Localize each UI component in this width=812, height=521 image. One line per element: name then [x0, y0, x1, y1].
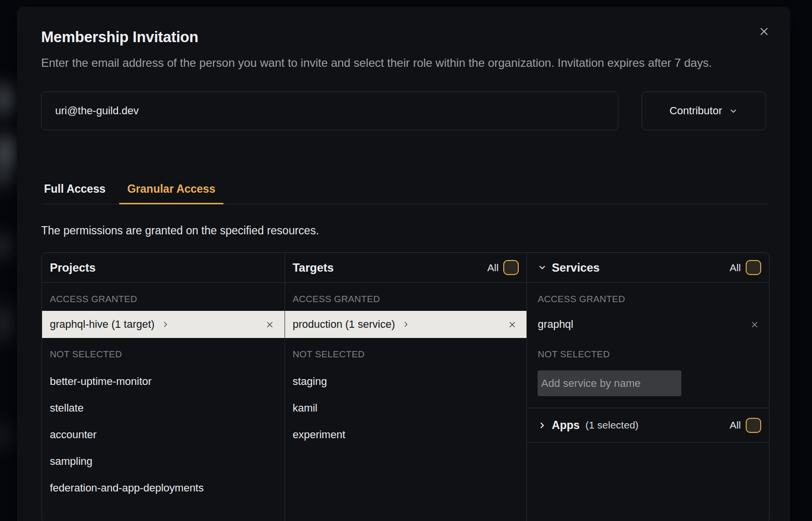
remove-project-button[interactable] [264, 319, 276, 330]
remove-target-button[interactable] [506, 319, 518, 330]
project-option[interactable]: accounter [42, 421, 285, 448]
background-glow [0, 296, 18, 350]
x-icon [750, 320, 759, 329]
targets-all-checkbox[interactable] [503, 260, 519, 275]
not-selected-label: NOT SELECTED [50, 349, 277, 360]
chevron-right-icon [402, 320, 410, 329]
project-option[interactable]: sampling [42, 448, 285, 475]
not-selected-label: NOT SELECTED [538, 349, 761, 360]
projects-header: Projects [42, 253, 285, 283]
project-option[interactable]: better-uptime-monitor [42, 368, 285, 395]
apps-title[interactable]: Apps [552, 419, 580, 432]
not-selected-label: NOT SELECTED [293, 349, 519, 360]
x-icon [508, 320, 517, 329]
apps-all-group: All [730, 418, 761, 433]
dialog-description: Enter the email address of the person yo… [41, 54, 766, 72]
membership-invitation-dialog: Membership Invitation Enter the email ad… [17, 7, 790, 521]
permissions-note: The permissions are granted on the speci… [41, 224, 766, 237]
targets-options: staging kamil experiment [285, 368, 527, 448]
services-all-label: All [730, 262, 741, 274]
targets-all-label: All [487, 262, 498, 274]
access-granted-label: ACCESS GRANTED [50, 294, 277, 305]
targets-header: Targets All [285, 253, 527, 283]
project-option[interactable]: stellate [42, 395, 285, 421]
access-granted-label: ACCESS GRANTED [538, 294, 761, 305]
projects-options: better-uptime-monitor stellate accounter… [42, 368, 285, 501]
apps-all-label: All [730, 419, 741, 431]
chevron-right-icon[interactable] [538, 421, 547, 430]
apps-all-checkbox[interactable] [746, 418, 761, 433]
granted-service-name: graphql [538, 318, 573, 331]
tab-full-access[interactable]: Full Access [41, 182, 115, 204]
targets-all-group: All [487, 260, 519, 275]
apps-section-row: Apps (1 selected) All [527, 408, 769, 443]
granted-project-name: graphql-hive (1 target) [50, 318, 154, 331]
projects-column: Projects ACCESS GRANTED graphql-hive (1 … [42, 253, 285, 521]
granted-target-name: production (1 service) [293, 318, 395, 331]
email-input[interactable] [41, 92, 618, 130]
project-option[interactable]: federation-and-app-deployments [42, 475, 285, 501]
access-tabs: Full Access Granular Access [41, 182, 769, 204]
granted-project-row[interactable]: graphql-hive (1 target) [42, 311, 285, 338]
services-all-group: All [730, 260, 761, 275]
x-icon [265, 320, 274, 329]
tab-granular-access[interactable]: Granular Access [119, 182, 224, 204]
invite-row: Contributor [41, 92, 766, 130]
chevron-down-icon [729, 107, 738, 116]
services-column: Services All ACCESS GRANTED graphql NOT … [526, 253, 769, 521]
remove-service-button[interactable] [749, 319, 760, 330]
apps-selected-count: (1 selected) [586, 419, 639, 431]
role-select[interactable]: Contributor [642, 92, 766, 130]
role-select-value: Contributor [669, 105, 722, 117]
projects-title: Projects [50, 261, 96, 275]
access-granted-label: ACCESS GRANTED [293, 294, 519, 305]
close-icon [759, 26, 769, 37]
chevron-down-icon[interactable] [538, 263, 547, 272]
background-glow [0, 160, 17, 194]
targets-column: Targets All ACCESS GRANTED production (1… [285, 253, 527, 521]
services-header: Services All [527, 253, 769, 283]
target-option[interactable]: kamil [285, 395, 527, 421]
chevron-right-icon [161, 320, 170, 329]
target-option[interactable]: experiment [285, 421, 527, 448]
target-option[interactable]: staging [285, 368, 527, 395]
services-all-checkbox[interactable] [746, 260, 761, 275]
dialog-title: Membership Invitation [41, 28, 766, 46]
granted-service-row: graphql [527, 311, 769, 338]
service-add-wrap [538, 370, 758, 396]
add-service-input[interactable] [538, 370, 681, 396]
services-title: Services [552, 261, 600, 275]
resource-picker: Projects ACCESS GRANTED graphql-hive (1 … [42, 252, 769, 521]
background-glow [0, 416, 15, 455]
targets-title: Targets [293, 261, 334, 275]
granted-target-row[interactable]: production (1 service) [285, 311, 527, 338]
background-glow [0, 228, 16, 264]
close-button[interactable] [757, 25, 771, 38]
